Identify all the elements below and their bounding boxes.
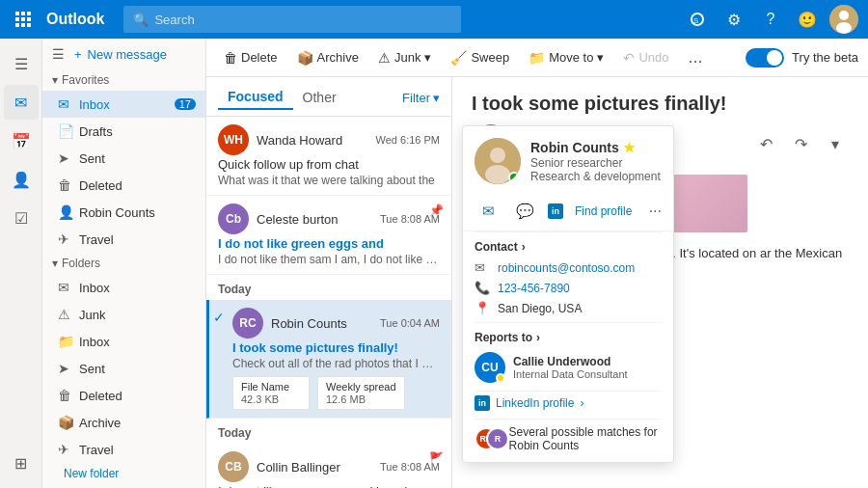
- travel-icon: ✈: [58, 231, 73, 247]
- search-bar[interactable]: 🔍: [123, 6, 461, 33]
- star-icon[interactable]: ★: [623, 140, 636, 155]
- inbox-icon: ✉: [58, 96, 73, 112]
- filter-button[interactable]: Filter ▾: [402, 91, 440, 105]
- junk-button[interactable]: ⚠ Junk ▾: [370, 46, 439, 69]
- delete-button[interactable]: 🗑 Delete: [216, 46, 285, 69]
- move-to-button[interactable]: 📁 Move to ▾: [521, 46, 611, 69]
- phone-detail-icon: 📞: [475, 281, 490, 295]
- linkedin-profile-row[interactable]: in LinkedIn profile ›: [463, 392, 673, 419]
- reply-back-button[interactable]: ↶: [752, 130, 779, 157]
- reports-to-chevron: ›: [536, 331, 540, 344]
- beta-toggle[interactable]: [746, 48, 784, 68]
- contact-email-value[interactable]: robincounts@contoso.com: [498, 261, 635, 275]
- filter-chevron: ▾: [433, 91, 440, 105]
- email-item-wanda[interactable]: WH Wanda Howard Wed 6:16 PM Quick follow…: [206, 117, 451, 196]
- attachment-weekly[interactable]: Weekly spread 12.6 MB: [317, 376, 405, 410]
- favorites-header[interactable]: ▾ Favorites: [42, 69, 205, 91]
- hamburger-icon[interactable]: ☰: [52, 46, 65, 62]
- calendar-icon[interactable]: 📅: [4, 123, 39, 158]
- svg-rect-8: [27, 23, 31, 27]
- tasks-icon[interactable]: ☑: [4, 201, 39, 235]
- menu-icon[interactable]: ☰: [4, 46, 39, 81]
- linkedin-chevron: ›: [580, 396, 583, 410]
- contact-card-avatar[interactable]: [475, 138, 521, 184]
- attachment-file[interactable]: File Name 42.3 KB: [232, 376, 310, 410]
- sidebar-folder-inbox2[interactable]: 📁 Inbox: [42, 328, 205, 355]
- contact-email-row: ✉ robincounts@contoso.com: [475, 258, 662, 278]
- sidebar-folder-travel[interactable]: ✈ Travel: [42, 436, 205, 463]
- reports-to-name[interactable]: Callie Underwood: [513, 355, 662, 368]
- reports-to-title[interactable]: Reports to ›: [475, 331, 662, 344]
- person-icon: 👤: [58, 204, 73, 220]
- pm-avatar-2: R: [486, 427, 509, 450]
- archive-button[interactable]: 📦 Archive: [289, 46, 366, 69]
- email-title: I took some pictures finally!: [472, 93, 849, 115]
- contact-email-icon[interactable]: ✉: [475, 198, 502, 225]
- sidebar-folder-sent[interactable]: ➤ Sent: [42, 355, 205, 382]
- contact-chat-icon[interactable]: 💬: [511, 198, 538, 225]
- avatar-celeste-p: Cb: [218, 203, 249, 234]
- svg-rect-2: [27, 12, 31, 15]
- email-header-robin: RC Robin Counts Tue 0:04 AM: [221, 308, 440, 339]
- subject-robin: I took some pictures finally!: [221, 340, 440, 355]
- help-button[interactable]: ?: [756, 5, 785, 34]
- sidebar-folder-deleted[interactable]: 🗑 Deleted: [42, 382, 205, 409]
- sidebar-folder-archive[interactable]: 📦 Archive: [42, 409, 205, 436]
- apps-icon[interactable]: ⊞: [4, 446, 39, 480]
- sender-info-wanda: Wanda Howard: [257, 133, 370, 148]
- sidebar-folder-inbox[interactable]: ✉ Inbox: [42, 274, 205, 301]
- sidebar-toolbar[interactable]: ☰ + New message: [42, 39, 205, 69]
- other-tab[interactable]: Other: [293, 86, 346, 109]
- reply-forward-button[interactable]: ↷: [787, 130, 814, 157]
- attachment-row: File Name 42.3 KB Weekly spread 12.6 MB: [221, 376, 440, 410]
- sender-collin: Collin Ballinger: [257, 460, 374, 474]
- waffle-icon[interactable]: [10, 12, 37, 27]
- sidebar-item-inbox[interactable]: ✉ Inbox 17: [42, 91, 205, 118]
- contact-more-button[interactable]: ···: [649, 203, 662, 220]
- more-actions-button[interactable]: ▾: [822, 130, 849, 157]
- svg-point-12: [836, 22, 852, 34]
- email-header-collin: CB Collin Ballinger Tue 8:08 AM 🚩: [218, 451, 440, 482]
- user-avatar[interactable]: [829, 5, 858, 34]
- settings-button[interactable]: ⚙: [719, 5, 748, 34]
- mail-icon[interactable]: ✉: [4, 85, 39, 120]
- contact-section-title[interactable]: Contact ›: [475, 240, 662, 254]
- find-profile-link[interactable]: Find profile: [575, 204, 632, 218]
- svg-rect-5: [27, 17, 31, 21]
- undo-button[interactable]: ↶ Undo: [615, 46, 676, 69]
- folder-junk-icon: ⚠: [58, 307, 73, 322]
- junk-chevron: ▾: [424, 50, 431, 65]
- sidebar-item-drafts[interactable]: 📄 Drafts: [42, 118, 205, 145]
- email-item-celeste-pinned[interactable]: Cb Celeste burton Tue 8:08 AM 📌 I do not…: [206, 196, 451, 275]
- sidebar-folder-junk[interactable]: ⚠ Junk: [42, 301, 205, 328]
- status-indicator: [508, 172, 520, 183]
- new-folder-link[interactable]: New folder: [42, 463, 205, 484]
- contact-card-actions: ✉ 💬 in Find profile ···: [463, 192, 673, 231]
- sender-wanda: Wanda Howard: [257, 133, 370, 148]
- search-input[interactable]: [154, 13, 451, 27]
- deleted-icon: 🗑: [58, 177, 73, 193]
- email-item-robin[interactable]: ✓ RC Robin Counts Tue 0:04 AM I took som…: [206, 300, 451, 419]
- new-message-label[interactable]: New message: [88, 47, 167, 62]
- sidebar-item-travel[interactable]: ✈ Travel: [42, 226, 205, 253]
- emoji-button[interactable]: 🙂: [793, 5, 822, 34]
- attachment-name-2: Weekly spread: [326, 381, 396, 393]
- skype-button[interactable]: S: [683, 5, 712, 34]
- sidebar-item-robin-counts[interactable]: 👤 Robin Counts: [42, 199, 205, 226]
- sidebar-item-sent[interactable]: ➤ Sent: [42, 145, 205, 172]
- possible-matches-text[interactable]: Several possible matches for Robin Count…: [509, 425, 662, 452]
- contact-linkedin-icon[interactable]: in: [548, 203, 563, 219]
- sweep-button[interactable]: 🧹 Sweep: [443, 46, 517, 69]
- contact-phone-value[interactable]: 123-456-7890: [498, 282, 570, 295]
- main-layout: ☰ ✉ 📅 👤 ☑ ⊞ ☰ + New message ▾ Favorites …: [0, 39, 868, 488]
- sender-info-collin: Collin Ballinger: [257, 460, 374, 474]
- sender-celeste-p: Celeste burton: [257, 212, 374, 227]
- more-button[interactable]: ...: [680, 43, 710, 71]
- folders-header[interactable]: ▾ Folders: [42, 253, 205, 274]
- sidebar-item-deleted[interactable]: 🗑 Deleted: [42, 172, 205, 199]
- contact-phone-row: 📞 123-456-7890: [475, 278, 662, 298]
- people-icon[interactable]: 👤: [4, 162, 39, 197]
- focused-tab[interactable]: Focused: [218, 85, 293, 110]
- email-item-collin[interactable]: CB Collin Ballinger Tue 8:08 AM 🚩 I do n…: [206, 444, 451, 488]
- content-area: Focused Other Filter ▾ WH Wanda Howard: [206, 77, 868, 488]
